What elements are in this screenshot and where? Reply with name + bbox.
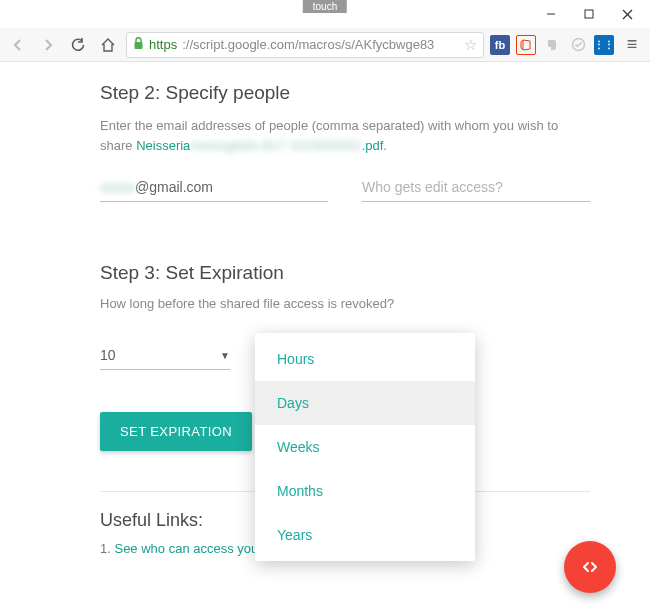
caret-down-icon: ▼ (220, 350, 230, 361)
expiration-number-select[interactable]: 10 ▼ (100, 341, 230, 370)
window-close-button[interactable] (608, 1, 646, 27)
dropdown-item-months[interactable]: Months (255, 469, 475, 513)
dropdown-item-years[interactable]: Years (255, 513, 475, 557)
code-icon (580, 557, 600, 577)
extension-idm-icon[interactable]: ⋮⋮ (594, 35, 614, 55)
home-button[interactable] (96, 33, 120, 57)
file-name-blurred: meningitidis B17 1024000002 (190, 138, 361, 153)
chrome-menu-button[interactable]: ≡ (620, 34, 644, 55)
email-domain-part: @gmail.com (135, 179, 213, 195)
window-titlebar: touch (0, 0, 650, 28)
expiration-unit-dropdown: HoursDaysWeeksMonthsYears (255, 333, 475, 561)
page-viewport[interactable]: Step 2: Specify people Enter the email a… (0, 62, 650, 613)
dropdown-item-days[interactable]: Days (255, 381, 475, 425)
email-blurred-part: xxxxx (100, 179, 135, 195)
svg-rect-2 (585, 10, 593, 18)
url-protocol: https (149, 37, 177, 52)
url-path: ://script.google.com/macros/s/AKfycbwge8… (182, 37, 434, 52)
dropdown-item-weeks[interactable]: Weeks (255, 425, 475, 469)
shared-file-link[interactable]: Neisseriameningitidis B17 1024000002.pdf (136, 138, 383, 153)
dropdown-item-hours[interactable]: Hours (255, 337, 475, 381)
bookmark-star-icon[interactable]: ☆ (464, 36, 477, 54)
reload-button[interactable] (66, 33, 90, 57)
toolbar: https ://script.google.com/macros/s/AKfy… (0, 28, 650, 62)
set-expiration-button[interactable]: SET EXPIRATION (100, 412, 252, 451)
extension-safe-icon[interactable] (568, 35, 588, 55)
window-minimize-button[interactable] (532, 1, 570, 27)
back-button[interactable] (6, 33, 30, 57)
desc-period: . (383, 138, 387, 153)
expiration-number-value: 10 (100, 347, 116, 363)
useful-link-1-num: 1. (100, 541, 114, 556)
svg-rect-5 (135, 42, 143, 49)
lock-icon (133, 37, 144, 52)
extension-facebook-icon[interactable]: fb (490, 35, 510, 55)
step2-title: Step 2: Specify people (100, 82, 590, 104)
code-fab-button[interactable] (564, 541, 616, 593)
view-access-input[interactable]: xxxxx@gmail.com (100, 173, 328, 202)
edit-access-input[interactable] (362, 173, 590, 202)
step2-description: Enter the email addresses of people (com… (100, 116, 590, 155)
touch-indicator: touch (303, 0, 347, 13)
step3-title: Step 3: Set Expiration (100, 262, 590, 284)
extension-office-icon[interactable] (516, 35, 536, 55)
step3-description: How long before the shared file access i… (100, 296, 590, 311)
address-bar[interactable]: https ://script.google.com/macros/s/AKfy… (126, 32, 484, 58)
forward-button[interactable] (36, 33, 60, 57)
file-name-start: Neisseria (136, 138, 190, 153)
extension-evernote-icon[interactable] (542, 35, 562, 55)
file-name-ext: .pdf (362, 138, 384, 153)
window-maximize-button[interactable] (570, 1, 608, 27)
